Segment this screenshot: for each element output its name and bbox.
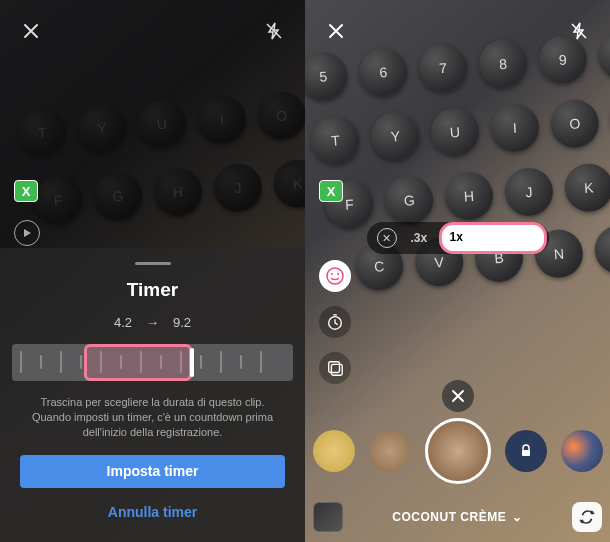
- key: I: [196, 94, 247, 145]
- key: K: [272, 158, 305, 209]
- key: O: [549, 98, 600, 149]
- key: 6: [358, 47, 409, 98]
- arrow-right-icon: →: [146, 315, 159, 330]
- slider-cursor[interactable]: [190, 348, 194, 376]
- key: O: [256, 90, 305, 141]
- key: J: [212, 162, 263, 213]
- flash-off-icon[interactable]: [261, 18, 287, 44]
- left-screenshot: T Y U I O F G H J K X Timer 4.2 → 9.2: [0, 0, 305, 542]
- timer-from: 4.2: [114, 315, 132, 330]
- right-screenshot: 5 6 7 8 9 0 T Y U I O P F G H J K L C V …: [305, 0, 610, 542]
- speed-option[interactable]: 2x: [476, 226, 505, 250]
- speed-option[interactable]: .5x: [439, 226, 472, 250]
- effect-thumb[interactable]: [313, 430, 355, 472]
- x-badge: X: [319, 180, 343, 202]
- play-circle-icon[interactable]: [14, 220, 40, 246]
- key: M: [593, 224, 610, 275]
- svg-point-1: [331, 273, 333, 275]
- close-icon[interactable]: [323, 18, 349, 44]
- layout-icon[interactable]: [319, 352, 351, 384]
- svg-point-2: [337, 273, 339, 275]
- cancel-timer-button[interactable]: Annulla timer: [100, 496, 205, 528]
- key: F: [33, 175, 84, 226]
- set-timer-button[interactable]: Imposta timer: [20, 455, 284, 488]
- close-icon[interactable]: [18, 18, 44, 44]
- timer-sheet: Timer 4.2 → 9.2 Trascina per scegliere l…: [0, 248, 305, 542]
- key: K: [563, 162, 610, 213]
- sheet-title: Timer: [127, 279, 178, 301]
- gallery-thumbnail[interactable]: [313, 502, 343, 532]
- key: U: [429, 106, 480, 157]
- key: G: [93, 171, 144, 222]
- svg-rect-6: [522, 450, 530, 456]
- key: U: [136, 98, 187, 149]
- timer-slider[interactable]: [12, 344, 293, 380]
- timer-icon[interactable]: [319, 306, 351, 338]
- effects-smiley-icon[interactable]: [319, 260, 351, 292]
- timer-to: 9.2: [173, 315, 191, 330]
- speed-option[interactable]: 3x: [509, 226, 538, 250]
- svg-rect-4: [329, 362, 340, 373]
- effect-thumb-selected[interactable]: [425, 418, 491, 484]
- x-badge: X: [14, 180, 38, 202]
- key: T: [17, 107, 68, 158]
- effect-thumb[interactable]: [369, 430, 411, 472]
- key: H: [443, 170, 494, 221]
- key: J: [503, 166, 554, 217]
- key: 8: [477, 38, 528, 89]
- speed-option[interactable]: .3x: [402, 226, 435, 250]
- effect-thumb-locked[interactable]: [505, 430, 547, 472]
- effect-thumb[interactable]: [561, 430, 603, 472]
- key: H: [152, 166, 203, 217]
- camera-flip-button[interactable]: [572, 502, 602, 532]
- svg-rect-5: [331, 364, 342, 375]
- key: G: [384, 175, 435, 226]
- speed-clear-icon[interactable]: ✕: [376, 228, 396, 248]
- key: Y: [77, 103, 128, 154]
- close-effects-button[interactable]: [442, 380, 474, 412]
- sheet-grabber[interactable]: [135, 262, 171, 265]
- effect-name-label[interactable]: COCONUT CRÈME ⌄: [392, 510, 522, 524]
- timer-description: Trascina per scegliere la durata di ques…: [12, 395, 293, 441]
- key: Y: [370, 111, 421, 162]
- timer-range: 4.2 → 9.2: [114, 315, 191, 330]
- key: 5: [305, 51, 349, 102]
- speed-selector: ✕ .3x .5x 1x 2x 3x: [366, 222, 548, 254]
- flash-off-icon[interactable]: [566, 18, 592, 44]
- effects-carousel[interactable]: [305, 418, 610, 484]
- key: T: [310, 115, 361, 166]
- svg-point-0: [327, 268, 343, 284]
- chevron-down-icon: ⌄: [512, 510, 523, 524]
- key: I: [489, 102, 540, 153]
- key: 7: [417, 42, 468, 93]
